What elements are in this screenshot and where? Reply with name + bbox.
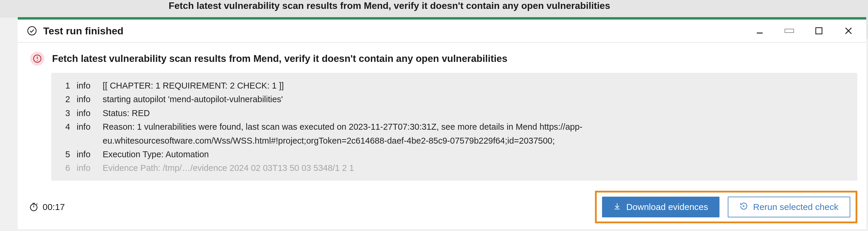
check-circle-icon — [27, 26, 37, 36]
log-level: info — [76, 147, 103, 161]
titlebar: Test run finished — [18, 20, 866, 42]
panel-accent-bar — [18, 17, 866, 20]
line-number: 6 — [59, 161, 70, 175]
svg-point-9 — [30, 204, 37, 211]
log-line: 3 info Status: RED — [59, 106, 849, 120]
svg-point-8 — [37, 60, 38, 61]
log-line: 6 info Evidence Path: /tmp/…/evidence 20… — [59, 161, 849, 175]
log-line: 1 info [[ CHAPTER: 1 REQUIREMENT: 2 CHEC… — [59, 79, 849, 92]
log-level: info — [76, 106, 103, 120]
download-evidences-button[interactable]: Download evidences — [602, 197, 719, 218]
download-icon — [613, 202, 621, 212]
svg-rect-3 — [816, 28, 822, 34]
minimize-button[interactable] — [754, 25, 766, 37]
log-level: info — [76, 79, 103, 92]
log-message: Reason: 1 vulnerabilities were found, la… — [103, 120, 849, 147]
line-number: 2 — [59, 92, 70, 106]
elapsed-time-value: 00:17 — [42, 202, 65, 212]
line-number: 5 — [59, 147, 70, 161]
titlebar-title: Test run finished — [43, 25, 754, 37]
log-line: 4 info Reason: 1 vulnerabilities were fo… — [59, 120, 849, 147]
download-button-label: Download evidences — [626, 202, 708, 212]
window-controls — [754, 25, 855, 37]
background-header-text: Fetch latest vulnerability scan results … — [124, 0, 654, 11]
rerun-check-button[interactable]: Rerun selected check — [728, 197, 850, 218]
svg-line-12 — [36, 204, 37, 205]
log-message: Status: RED — [103, 106, 849, 120]
stopwatch-icon — [29, 202, 38, 212]
panel-footer: 00:17 Download evidences Rerun sel — [18, 185, 866, 229]
action-button-row: Download evidences Rerun selected check — [595, 191, 857, 223]
close-button[interactable] — [842, 25, 855, 37]
line-number: 1 — [59, 79, 70, 92]
subheader-title: Fetch latest vulnerability scan results … — [52, 53, 507, 64]
log-message: Evidence Path: /tmp/…/evidence 2024 02 0… — [103, 161, 849, 175]
log-level: info — [76, 120, 103, 134]
warning-badge — [30, 52, 44, 66]
right-edge-strip — [866, 0, 868, 38]
log-message: Execution Type: Automation — [103, 147, 849, 161]
rerun-button-label: Rerun selected check — [753, 202, 839, 212]
subheader: Fetch latest vulnerability scan results … — [18, 42, 866, 73]
svg-point-0 — [28, 27, 36, 35]
line-number: 4 — [59, 120, 70, 134]
line-number: 3 — [59, 106, 70, 120]
svg-rect-2 — [785, 29, 794, 33]
maximize-button[interactable] — [813, 25, 825, 37]
log-line: 2 info starting autopilot 'mend-autopilo… — [59, 92, 849, 106]
log-level: info — [76, 92, 103, 106]
log-level: info — [76, 161, 103, 175]
replay-icon — [740, 202, 748, 212]
log-line: 5 info Execution Type: Automation — [59, 147, 849, 161]
log-message: starting autopilot 'mend-autopilot-vulne… — [103, 92, 849, 106]
restore-button[interactable] — [783, 25, 795, 37]
log-message: [[ CHAPTER: 1 REQUIREMENT: 2 CHECK: 1 ]] — [103, 79, 849, 92]
log-output[interactable]: 1 info [[ CHAPTER: 1 REQUIREMENT: 2 CHEC… — [51, 73, 857, 181]
elapsed-timer: 00:17 — [29, 202, 65, 212]
svg-marker-15 — [743, 205, 745, 207]
